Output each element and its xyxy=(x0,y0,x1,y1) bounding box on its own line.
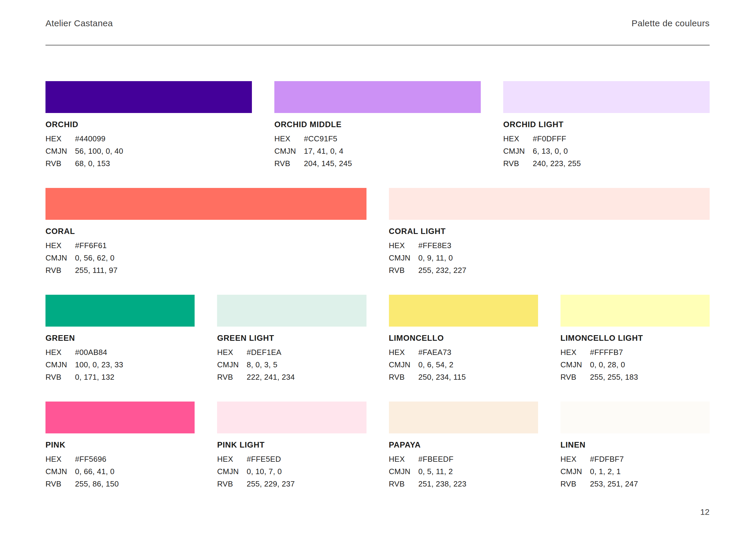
rvb-value: 255, 255, 183 xyxy=(590,371,638,383)
color-swatch xyxy=(503,81,710,113)
rvb-value: 240, 223, 255 xyxy=(533,157,581,170)
color-name: ORCHID LIGHT xyxy=(503,119,710,130)
color-name: ORCHID xyxy=(45,119,252,130)
color-specs: HEX #440099 CMJN 56, 100, 0, 40 RVB 68, … xyxy=(45,133,252,170)
rvb-value: 251, 238, 223 xyxy=(418,478,467,490)
color-card: ORCHID MIDDLE HEX #CC91F5 CMJN 17, 41, 0… xyxy=(274,81,481,170)
hex-row: HEX #FFE8E3 xyxy=(389,239,710,252)
rvb-row: RVB 204, 145, 245 xyxy=(274,157,481,170)
rvb-row: RVB 255, 229, 237 xyxy=(217,478,366,490)
color-card: ORCHID LIGHT HEX #F0DFFF CMJN 6, 13, 0, … xyxy=(503,81,710,170)
rvb-label: RVB xyxy=(560,478,590,490)
hex-label: HEX xyxy=(45,346,75,358)
rvb-row: RVB 240, 223, 255 xyxy=(503,157,710,170)
hex-row: HEX #440099 xyxy=(45,133,252,145)
hex-value: #FFE5ED xyxy=(247,453,281,465)
rvb-label: RVB xyxy=(560,371,590,383)
color-name: LIMONCELLO xyxy=(389,333,538,343)
rvb-row: RVB 255, 255, 183 xyxy=(560,371,710,383)
hex-row: HEX #FFFFB7 xyxy=(560,346,710,358)
color-swatch xyxy=(389,188,710,220)
color-specs: HEX #FF6F61 CMJN 0, 56, 62, 0 RVB 255, 1… xyxy=(45,239,366,276)
rvb-value: 204, 145, 245 xyxy=(304,157,352,170)
rvb-value: 255, 86, 150 xyxy=(75,478,119,490)
palette-row: CORAL HEX #FF6F61 CMJN 0, 56, 62, 0 RVB … xyxy=(45,188,710,276)
color-card: CORAL HEX #FF6F61 CMJN 0, 56, 62, 0 RVB … xyxy=(45,188,366,276)
color-swatch xyxy=(217,401,366,433)
cmjn-row: CMJN 56, 100, 0, 40 xyxy=(45,145,252,157)
hex-label: HEX xyxy=(45,239,75,252)
hex-value: #FBEEDF xyxy=(418,453,454,465)
hex-row: HEX #DEF1EA xyxy=(217,346,366,358)
header-divider xyxy=(45,45,710,45)
hex-value: #FF5696 xyxy=(75,453,106,465)
cmjn-label: CMJN xyxy=(389,252,418,264)
color-card: GREEN HEX #00AB84 CMJN 100, 0, 23, 33 RV… xyxy=(45,295,195,383)
color-name: CORAL xyxy=(45,226,366,236)
color-specs: HEX #00AB84 CMJN 100, 0, 23, 33 RVB 0, 1… xyxy=(45,346,195,383)
rvb-label: RVB xyxy=(389,264,418,276)
cmjn-value: 0, 10, 7, 0 xyxy=(247,465,282,478)
rvb-label: RVB xyxy=(45,478,75,490)
rvb-value: 222, 241, 234 xyxy=(247,371,295,383)
color-name: GREEN xyxy=(45,333,195,343)
color-card: LIMONCELLO LIGHT HEX #FFFFB7 CMJN 0, 0, … xyxy=(560,295,710,383)
cmjn-row: CMJN 100, 0, 23, 33 xyxy=(45,358,195,371)
palette-row: GREEN HEX #00AB84 CMJN 100, 0, 23, 33 RV… xyxy=(45,295,710,383)
cmjn-value: 0, 9, 11, 0 xyxy=(418,252,453,264)
rvb-value: 0, 171, 132 xyxy=(75,371,114,383)
palette-row: ORCHID HEX #440099 CMJN 56, 100, 0, 40 R… xyxy=(45,81,710,170)
cmjn-label: CMJN xyxy=(45,252,75,264)
hex-row: HEX #00AB84 xyxy=(45,346,195,358)
cmjn-row: CMJN 0, 6, 54, 2 xyxy=(389,358,538,371)
cmjn-value: 0, 56, 62, 0 xyxy=(75,252,115,264)
cmjn-row: CMJN 0, 10, 7, 0 xyxy=(217,465,366,478)
hex-row: HEX #FFE5ED xyxy=(217,453,366,465)
cmjn-row: CMJN 0, 1, 2, 1 xyxy=(560,465,710,478)
color-specs: HEX #FFE5ED CMJN 0, 10, 7, 0 RVB 255, 22… xyxy=(217,453,366,490)
cmjn-row: CMJN 0, 9, 11, 0 xyxy=(389,252,710,264)
hex-label: HEX xyxy=(560,453,590,465)
hex-row: HEX #F0DFFF xyxy=(503,133,710,145)
hex-value: #00AB84 xyxy=(75,346,107,358)
rvb-label: RVB xyxy=(389,478,418,490)
hex-value: #DEF1EA xyxy=(247,346,282,358)
cmjn-label: CMJN xyxy=(560,358,590,371)
color-card: PAPAYA HEX #FBEEDF CMJN 0, 5, 11, 2 RVB … xyxy=(389,401,538,490)
cmjn-row: CMJN 0, 5, 11, 2 xyxy=(389,465,538,478)
cmjn-value: 6, 13, 0, 0 xyxy=(533,145,568,157)
hex-value: #FDFBF7 xyxy=(590,453,624,465)
hex-value: #FFE8E3 xyxy=(418,239,451,252)
rvb-value: 253, 251, 247 xyxy=(590,478,638,490)
hex-row: HEX #FDFBF7 xyxy=(560,453,710,465)
color-swatch xyxy=(389,401,538,433)
color-swatch xyxy=(560,295,710,327)
rvb-label: RVB xyxy=(45,264,75,276)
rvb-value: 255, 232, 227 xyxy=(418,264,467,276)
hex-label: HEX xyxy=(389,239,418,252)
color-name: ORCHID MIDDLE xyxy=(274,119,481,130)
color-swatch xyxy=(274,81,481,113)
cmjn-value: 17, 41, 0, 4 xyxy=(304,145,343,157)
hex-value: #CC91F5 xyxy=(304,133,337,145)
cmjn-label: CMJN xyxy=(45,358,75,371)
hex-label: HEX xyxy=(45,453,75,465)
cmjn-row: CMJN 8, 0, 3, 5 xyxy=(217,358,366,371)
color-swatch xyxy=(45,188,366,220)
rvb-value: 250, 234, 115 xyxy=(418,371,466,383)
color-name: LIMONCELLO LIGHT xyxy=(560,333,710,343)
color-swatch xyxy=(45,81,252,113)
color-specs: HEX #FAEA73 CMJN 0, 6, 54, 2 RVB 250, 23… xyxy=(389,346,538,383)
color-specs: HEX #FFE8E3 CMJN 0, 9, 11, 0 RVB 255, 23… xyxy=(389,239,710,276)
rvb-label: RVB xyxy=(217,371,247,383)
cmjn-row: CMJN 17, 41, 0, 4 xyxy=(274,145,481,157)
cmjn-label: CMJN xyxy=(217,358,247,371)
cmjn-label: CMJN xyxy=(45,145,75,157)
cmjn-value: 8, 0, 3, 5 xyxy=(247,358,277,371)
rvb-row: RVB 68, 0, 153 xyxy=(45,157,252,170)
color-specs: HEX #CC91F5 CMJN 17, 41, 0, 4 RVB 204, 1… xyxy=(274,133,481,170)
cmjn-value: 0, 6, 54, 2 xyxy=(418,358,454,371)
hex-row: HEX #FF6F61 xyxy=(45,239,366,252)
hex-label: HEX xyxy=(503,133,533,145)
cmjn-label: CMJN xyxy=(217,465,247,478)
